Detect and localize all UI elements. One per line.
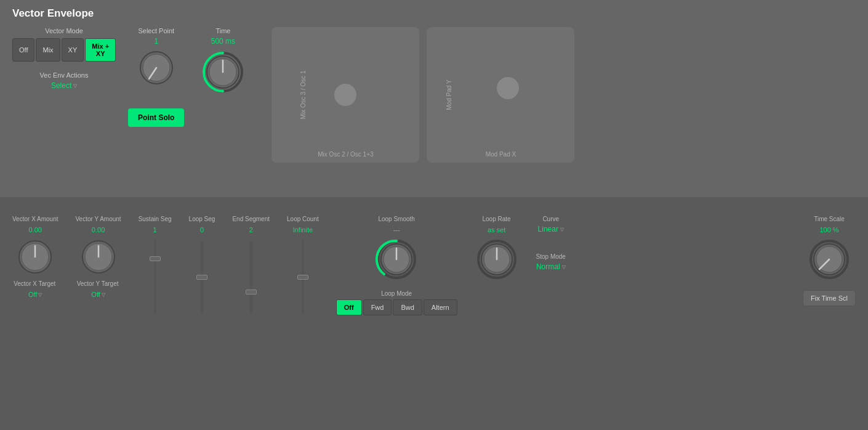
top-section: Vector Envelope Vector Mode Off Mix XY M… <box>0 0 868 197</box>
vector-mode-group: Vector Mode Off Mix XY Mix +XY <box>12 27 116 62</box>
loop-seg-slider-container <box>201 237 203 317</box>
vec-env-actions-arrow: ▽ <box>73 83 77 89</box>
select-point-knob[interactable] <box>137 48 176 87</box>
loop-seg-track[interactable] <box>201 240 203 314</box>
time-scale-knob[interactable] <box>807 237 851 282</box>
end-segment-track[interactable] <box>250 240 252 314</box>
vector-y-target-value: Off <box>91 291 100 298</box>
loop-mode-buttons: Off Fwd Bwd Altern <box>336 299 457 315</box>
curve-stop-group: Curve Linear ▽ Stop Mode Normal ▽ <box>536 216 566 271</box>
top-inner: Vector Mode Off Mix XY Mix +XY Vec Env A… <box>12 27 856 163</box>
time-scale-value: 100 % <box>819 226 838 233</box>
sustain-seg-label: Sustain Seg <box>139 216 172 222</box>
sustain-seg-track[interactable] <box>154 240 156 314</box>
vector-y-target-value-group[interactable]: Off ▽ <box>91 291 105 298</box>
curve-container: Curve Linear ▽ <box>538 216 564 233</box>
time-value: 500 ms <box>211 37 235 46</box>
xy-pad-1[interactable]: Mix Osc 3 / Osc 1 Mix Osc 2 / Osc 1+3 <box>271 27 419 163</box>
top-middle-controls: Select Point 1 Point Solo Time 500 ms <box>128 27 247 127</box>
vec-env-actions-group: Vec Env Actions Select ▽ <box>12 71 116 90</box>
vector-y-amount-knob[interactable] <box>79 237 118 277</box>
end-segment-thumb[interactable] <box>246 290 257 294</box>
mode-btn-off[interactable]: Off <box>12 38 34 62</box>
loop-seg-value: 0 <box>200 226 204 233</box>
curve-arrow: ▽ <box>560 227 564 232</box>
loop-mode-off-btn[interactable]: Off <box>336 299 362 315</box>
top-left-controls: Vector Mode Off Mix XY Mix +XY Vec Env A… <box>12 27 116 90</box>
loop-seg-thumb[interactable] <box>196 275 207 280</box>
loop-mode-bwd-btn[interactable]: Bwd <box>393 299 422 315</box>
loop-mode-container: Loop Mode Off Fwd Bwd Altern <box>336 290 457 315</box>
select-point-value: 1 <box>154 37 158 46</box>
time-group: Time 500 ms <box>199 27 247 96</box>
loop-count-slider-container <box>302 237 304 317</box>
loop-rate-knob[interactable] <box>475 237 519 282</box>
sustain-seg-slider-container <box>154 237 156 317</box>
vector-y-target-label: Vector Y Target <box>77 280 119 287</box>
loop-count-thumb[interactable] <box>297 275 308 280</box>
xy-pad2-bottom-label: Mod Pad X <box>486 151 516 158</box>
loop-smooth-knob[interactable] <box>374 237 419 282</box>
loop-seg-label: Loop Seg <box>189 216 215 222</box>
bottom-section: Vector X Amount 0.00 Vector X Target Off… <box>0 197 868 430</box>
xy-pad2-side-label: Mod Pad Y <box>446 79 453 110</box>
vector-x-amount-knob[interactable] <box>15 237 55 277</box>
mode-btn-xy[interactable]: XY <box>62 38 84 62</box>
vec-env-actions-label: Vec Env Actions <box>40 71 89 79</box>
vector-y-target-group[interactable]: Vector Y Target <box>77 280 120 287</box>
mode-btn-mix-xy[interactable]: Mix +XY <box>85 38 116 62</box>
vector-y-amount-group: Vector Y Amount 0.00 Vector Y Target Off… <box>76 216 121 298</box>
vector-x-target-arrow: ▽ <box>38 292 42 298</box>
vector-x-target-value-group[interactable]: Off ▽ <box>28 291 42 298</box>
xy-pad-2[interactable]: Mod Pad Y Mod Pad X <box>427 27 574 163</box>
loop-count-group: Loop Count Infinite <box>287 216 319 317</box>
vector-mode-label: Vector Mode <box>45 27 83 34</box>
time-scale-group: Time Scale 100 % Fix Time Scl <box>803 216 856 306</box>
vector-x-amount-group: Vector X Amount 0.00 Vector X Target Off… <box>12 216 58 298</box>
vec-env-actions-dropdown[interactable]: Select ▽ <box>51 81 77 90</box>
sustain-seg-thumb[interactable] <box>150 256 161 261</box>
curve-dropdown[interactable]: Linear ▽ <box>538 225 564 233</box>
bottom-controls: Vector X Amount 0.00 Vector X Target Off… <box>12 216 856 317</box>
stop-mode-container: Stop Mode Normal ▽ <box>536 253 566 271</box>
stop-mode-label: Stop Mode <box>536 253 566 260</box>
vector-x-amount-value: 0.00 <box>29 226 42 233</box>
curve-value: Linear <box>538 225 558 233</box>
vector-y-target-arrow: ▽ <box>102 292 105 298</box>
vector-mode-buttons: Off Mix XY Mix +XY <box>12 38 116 62</box>
vector-x-target-value: Off <box>28 291 37 298</box>
loop-smooth-group: Loop Smooth --- Loop Mode Off Fwd B <box>336 216 457 315</box>
select-point-label: Select Point <box>138 27 174 34</box>
sustain-seg-group: Sustain Seg 1 <box>139 216 172 317</box>
stop-mode-dropdown[interactable]: Normal ▽ <box>536 262 566 271</box>
time-knob[interactable] <box>199 48 247 96</box>
mode-btn-mix[interactable]: Mix <box>36 38 60 62</box>
select-point-group: Select Point 1 Point Solo <box>128 27 184 127</box>
vector-x-amount-label: Vector X Amount <box>12 216 58 222</box>
time-label: Time <box>215 27 230 34</box>
loop-rate-value: as set <box>488 226 505 233</box>
loop-mode-fwd-btn[interactable]: Fwd <box>363 299 392 315</box>
fix-time-scl-button[interactable]: Fix Time Scl <box>803 290 856 306</box>
vector-x-target-group[interactable]: Vector X Target <box>14 280 57 287</box>
loop-smooth-label: Loop Smooth <box>378 216 415 222</box>
xy-pad1-dot <box>334 84 356 106</box>
loop-count-track[interactable] <box>302 240 304 314</box>
point-solo-button[interactable]: Point Solo <box>128 108 184 127</box>
end-segment-slider-container <box>250 237 252 317</box>
stop-mode-arrow: ▽ <box>562 264 566 270</box>
end-segment-value: 2 <box>249 226 253 233</box>
sustain-seg-value: 1 <box>153 226 157 233</box>
vector-x-target-label: Vector X Target <box>14 280 55 287</box>
xy-pad2-dot <box>497 77 519 99</box>
loop-mode-altern-btn[interactable]: Altern <box>424 299 457 315</box>
loop-seg-group: Loop Seg 0 <box>189 216 215 317</box>
loop-count-value: Infinite <box>293 226 313 233</box>
xy-pads-container: Mix Osc 3 / Osc 1 Mix Osc 2 / Osc 1+3 Mo… <box>271 27 574 163</box>
vector-y-amount-label: Vector Y Amount <box>76 216 121 222</box>
vector-y-amount-value: 0.00 <box>92 226 105 233</box>
time-scale-label: Time Scale <box>814 216 845 222</box>
loop-smooth-value: --- <box>393 226 400 233</box>
loop-count-label: Loop Count <box>287 216 319 222</box>
page-title: Vector Envelope <box>12 7 856 20</box>
